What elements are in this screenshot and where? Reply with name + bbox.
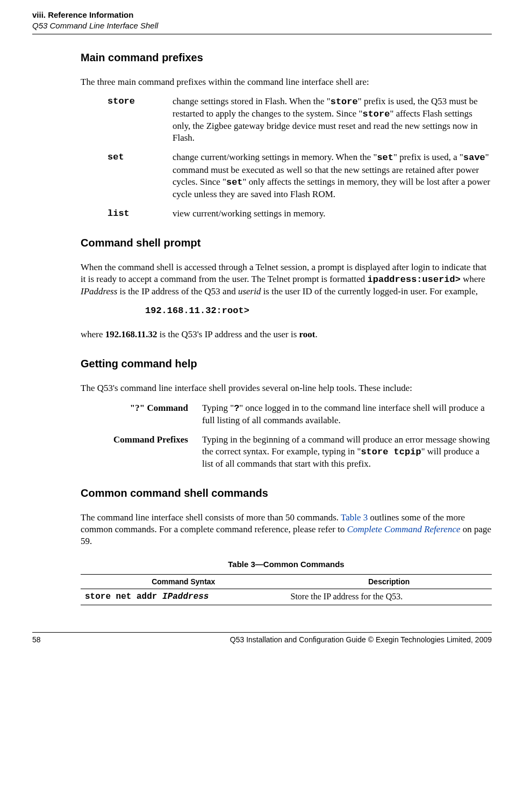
- term-set: set: [107, 151, 159, 200]
- heading-command-help: Getting command help: [81, 357, 492, 371]
- desc-command-prefixes: Typing in the beginning of a command wil…: [202, 434, 492, 470]
- th-command-syntax: Command Syntax: [81, 574, 286, 589]
- definition-list-help: "?" Command Typing "?" once logged in to…: [91, 402, 492, 470]
- term-list: list: [107, 208, 159, 220]
- definition-list-prefixes: store change settings stored in Flash. W…: [107, 96, 492, 220]
- table-header-row: Command Syntax Description: [81, 574, 492, 589]
- cell-description: Store the IP address for the Q53.: [286, 589, 492, 605]
- desc-list: view current/working settings in memory.: [173, 208, 492, 220]
- heading-common-commands: Common command shell commands: [81, 486, 492, 500]
- label-q-command: "?" Command: [91, 402, 188, 426]
- label-command-prefixes: Command Prefixes: [91, 434, 188, 470]
- page-header: viii. Reference Information Q53 Command …: [32, 10, 492, 34]
- page-number: 58: [32, 635, 48, 644]
- desc-store: change settings stored in Flash. When th…: [173, 96, 492, 144]
- link-table-3[interactable]: Table 3: [341, 512, 368, 523]
- header-section: viii. Reference Information: [32, 10, 492, 20]
- header-subtitle: Q53 Command Line Interface Shell: [32, 20, 492, 31]
- desc-q-command: Typing "?" once logged in to the command…: [202, 402, 492, 426]
- footer-text: Q53 Installation and Configuration Guide…: [48, 635, 492, 644]
- example-prompt: 192.168.11.32:root>: [145, 305, 492, 317]
- desc-set: change current/working settings in memor…: [173, 151, 492, 200]
- heading-main-prefixes: Main command prefixes: [81, 50, 492, 64]
- intro-command-help: The Q53's command line interface shell p…: [81, 382, 492, 394]
- table-row: store net addr IPaddress Store the IP ad…: [81, 589, 492, 605]
- cell-command: store net addr IPaddress: [81, 589, 286, 605]
- para-shell-prompt: When the command shell is accessed throu…: [81, 262, 492, 298]
- intro-main-prefixes: The three main command prefixes within t…: [81, 76, 492, 88]
- link-complete-command-reference[interactable]: Complete Command Reference: [347, 524, 461, 534]
- heading-shell-prompt: Command shell prompt: [81, 236, 492, 250]
- th-description: Description: [286, 574, 492, 589]
- header-rule: [32, 34, 492, 34]
- term-store: store: [107, 96, 159, 144]
- table-common-commands: Command Syntax Description store net add…: [81, 574, 492, 605]
- page-footer: 58 Q53 Installation and Configuration Gu…: [32, 632, 492, 644]
- para-common-commands: The command line interface shell consist…: [81, 512, 492, 547]
- para-shell-prompt-2: where 192.168.11.32 is the Q53's IP addr…: [81, 329, 492, 340]
- table-caption: Table 3—Common Commands: [81, 559, 492, 570]
